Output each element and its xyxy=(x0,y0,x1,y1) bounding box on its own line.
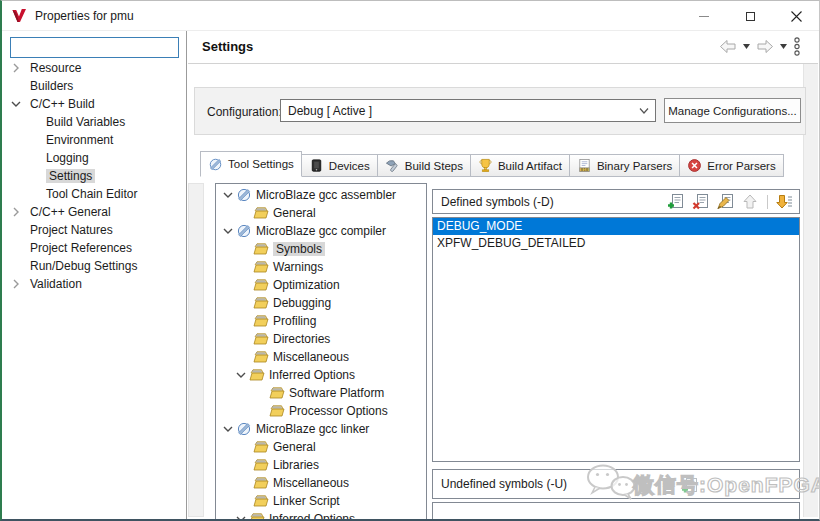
tree-item-profiling[interactable]: Profiling xyxy=(216,312,426,330)
add-symbol-button[interactable] xyxy=(667,193,684,210)
tree-item-label: Directories xyxy=(273,332,330,346)
collapsed-chevron-icon[interactable] xyxy=(8,60,24,76)
tree-item-inferred-options[interactable]: Inferred Options xyxy=(216,366,426,384)
tab-label: Build Artifact xyxy=(498,160,562,172)
symbol-value: DEBUG_MODE xyxy=(437,219,522,233)
forward-dropdown-caret-icon[interactable] xyxy=(780,44,787,49)
sidebar-item-cpp-general[interactable]: C/C++ General xyxy=(2,203,186,221)
properties-sidebar: Resource Builders C/C++ Build Build Vari… xyxy=(2,32,186,519)
inner-scrollbar-track[interactable] xyxy=(188,183,204,517)
combo-chevron-icon xyxy=(639,107,649,115)
tab-error-parsers[interactable]: Error Parsers xyxy=(680,154,783,177)
tree-item-label: MicroBlaze gcc linker xyxy=(256,422,369,436)
delete-symbol-button[interactable] xyxy=(692,193,709,210)
tree-item-label: Software Platform xyxy=(289,386,384,400)
sidebar-item-builders[interactable]: Builders xyxy=(2,77,186,95)
settings-tabs: Tool Settings Devices Build Steps xyxy=(200,151,784,177)
tree-item-warnings[interactable]: Warnings xyxy=(216,258,426,276)
defined-symbols-title: Defined symbols (-D) xyxy=(441,195,667,209)
tab-devices[interactable]: Devices xyxy=(302,154,378,177)
expanded-chevron-icon[interactable] xyxy=(220,421,236,437)
configuration-group: Configuration: Debug [ Active ] Manage C… xyxy=(194,87,806,135)
tree-item-gcc-compiler[interactable]: MicroBlaze gcc compiler xyxy=(216,222,426,240)
sidebar-item-label: Builders xyxy=(30,79,73,93)
page-title: Settings xyxy=(202,39,253,54)
move-up-button[interactable] xyxy=(742,193,759,210)
sidebar-item-environment[interactable]: Environment xyxy=(2,131,186,149)
defined-symbols-list: DEBUG_MODE XPFW_DEBUG_DETAILED xyxy=(432,217,800,462)
tree-item-debugging[interactable]: Debugging xyxy=(216,294,426,312)
tab-build-steps[interactable]: Build Steps xyxy=(378,154,471,177)
edit-symbol-button[interactable] xyxy=(717,193,734,210)
expanded-chevron-icon[interactable] xyxy=(233,367,249,383)
manage-configurations-label: Manage Configurations... xyxy=(668,105,797,117)
tree-item-processor-options[interactable]: Processor Options xyxy=(216,402,426,420)
tab-binary-parsers[interactable]: 010 Binary Parsers xyxy=(570,154,680,177)
sidebar-item-logging[interactable]: Logging xyxy=(2,149,186,167)
app-logo-icon xyxy=(11,8,27,24)
tree-item-label: Optimization xyxy=(273,278,340,292)
filter-input[interactable] xyxy=(10,37,179,58)
sidebar-item-tool-chain-editor[interactable]: Tool Chain Editor xyxy=(2,185,186,203)
tree-item-gcc-assembler[interactable]: MicroBlaze gcc assembler xyxy=(216,186,426,204)
tab-build-artifact[interactable]: Build Artifact xyxy=(471,154,570,177)
collapsed-chevron-icon[interactable] xyxy=(8,276,24,292)
tree-item-miscellaneous[interactable]: Miscellaneous xyxy=(216,348,426,366)
tree-item-optimization[interactable]: Optimization xyxy=(216,276,426,294)
sidebar-item-label: Tool Chain Editor xyxy=(46,187,137,201)
sidebar-divider[interactable] xyxy=(186,31,187,519)
add-symbol-button[interactable] xyxy=(681,477,698,494)
sidebar-item-resource[interactable]: Resource xyxy=(2,59,186,77)
tree-item-label: General xyxy=(273,206,316,220)
symbol-row[interactable]: XPFW_DEBUG_DETAILED xyxy=(433,235,799,252)
kebab-menu-icon[interactable] xyxy=(793,37,801,56)
tree-item-label: Miscellaneous xyxy=(273,350,349,364)
tree-item-software-platform[interactable]: Software Platform xyxy=(216,384,426,402)
tree-item-libraries[interactable]: Libraries xyxy=(216,456,426,474)
back-dropdown-caret-icon[interactable] xyxy=(743,44,750,49)
expanded-chevron-icon[interactable] xyxy=(233,511,249,521)
tool-icon xyxy=(236,421,252,437)
move-down-button[interactable] xyxy=(776,193,793,210)
tab-label: Build Steps xyxy=(405,160,463,172)
sidebar-item-validation[interactable]: Validation xyxy=(2,275,186,293)
category-folder-icon xyxy=(253,475,269,491)
close-button[interactable] xyxy=(773,1,819,31)
sidebar-item-run-debug-settings[interactable]: Run/Debug Settings xyxy=(2,257,186,275)
collapsed-chevron-icon[interactable] xyxy=(8,204,24,220)
category-folder-icon xyxy=(249,511,265,521)
expanded-chevron-icon[interactable] xyxy=(220,187,236,203)
sidebar-item-settings[interactable]: Settings xyxy=(2,167,186,185)
build-steps-icon xyxy=(385,158,400,173)
manage-configurations-button[interactable]: Manage Configurations... xyxy=(664,98,801,123)
tool-settings-tree: MicroBlaze gcc assembler General MicroBl… xyxy=(215,183,427,521)
sidebar-item-project-natures[interactable]: Project Natures xyxy=(2,221,186,239)
tree-item-assembler-general[interactable]: General xyxy=(216,204,426,222)
tool-icon xyxy=(236,187,252,203)
expanded-chevron-icon[interactable] xyxy=(8,96,24,112)
forward-button[interactable] xyxy=(756,39,774,54)
tree-item-label: Inferred Options xyxy=(269,512,355,521)
sidebar-item-cpp-build[interactable]: C/C++ Build xyxy=(2,95,186,113)
tree-item-linker-general[interactable]: General xyxy=(216,438,426,456)
tree-item-linker-miscellaneous[interactable]: Miscellaneous xyxy=(216,474,426,492)
sidebar-item-label: Build Variables xyxy=(46,115,125,129)
sidebar-item-build-variables[interactable]: Build Variables xyxy=(2,113,186,131)
category-folder-icon xyxy=(253,241,269,257)
maximize-button[interactable] xyxy=(727,1,773,31)
category-folder-icon xyxy=(253,277,269,293)
tree-item-linker-script[interactable]: Linker Script xyxy=(216,492,426,510)
expanded-chevron-icon[interactable] xyxy=(220,223,236,239)
tree-item-linker-inferred-options[interactable]: Inferred Options xyxy=(216,510,426,521)
sidebar-item-project-references[interactable]: Project References xyxy=(2,239,186,257)
tree-item-symbols[interactable]: Symbols xyxy=(216,240,426,258)
tree-item-gcc-linker[interactable]: MicroBlaze gcc linker xyxy=(216,420,426,438)
back-button[interactable] xyxy=(719,39,737,54)
tab-label: Error Parsers xyxy=(707,160,775,172)
tab-tool-settings[interactable]: Tool Settings xyxy=(200,151,302,177)
symbol-row-selected[interactable]: DEBUG_MODE xyxy=(433,218,799,235)
minimize-button[interactable] xyxy=(681,1,727,31)
tree-item-directories[interactable]: Directories xyxy=(216,330,426,348)
configuration-select[interactable]: Debug [ Active ] xyxy=(280,99,656,122)
configuration-value: Debug [ Active ] xyxy=(288,104,372,118)
